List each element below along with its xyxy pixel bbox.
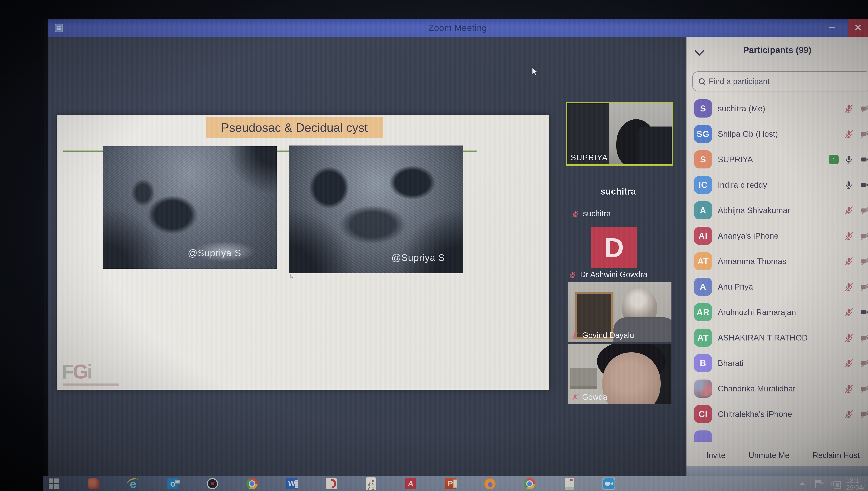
video-label-row: Govind Dayalu (571, 331, 634, 340)
participant-name: Anu Priya (718, 274, 753, 299)
mic-muted-icon (569, 271, 576, 279)
mic-muted-icon (844, 231, 854, 241)
participant-status-icons (824, 350, 868, 376)
video-tile-supriya[interactable]: SUPRIYA (566, 102, 673, 166)
mic-muted-icon (844, 104, 854, 113)
camera-off-icon (859, 358, 868, 368)
participant-row[interactable]: ARArulmozhi Ramarajan (686, 299, 868, 325)
participant-row[interactable]: AIAnanya's iPhone (686, 223, 868, 249)
taskbar-icon-chrome[interactable] (246, 478, 258, 490)
taskbar-icon-ie[interactable]: e (127, 478, 139, 490)
taskbar-icon-word[interactable]: W (286, 478, 298, 490)
video-tile-gowda[interactable]: Gowda (568, 344, 672, 404)
participant-row[interactable]: Chandrika Muralidhar (686, 376, 868, 401)
avatar: AR (694, 303, 712, 321)
participant-row[interactable]: SGShilpa Gb (Host) (686, 121, 868, 147)
participant-tile-suchitra[interactable]: suchitra (572, 209, 611, 218)
avatar (694, 430, 712, 442)
camera-off-icon (859, 104, 868, 113)
participants-footer: Invite Unmute Me Reclaim Host (686, 451, 868, 460)
participants-list: Ssuchitra (Me)SGShilpa Gb (Host)SSUPRIYA… (686, 96, 868, 442)
mic-icon (844, 180, 854, 190)
avatar: AT (694, 328, 712, 347)
mic-muted-icon (844, 206, 854, 215)
participants-title: Participants (99) (686, 45, 868, 55)
participant-row[interactable]: ATASHAKIRAN T RATHOD (686, 325, 868, 350)
fgi-logo: FGi (62, 360, 91, 383)
taskbar-icon-zoom[interactable] (603, 478, 615, 490)
camera-off-icon (859, 384, 868, 394)
taskbar-icon-red-app[interactable] (87, 478, 99, 490)
participant-row[interactable] (686, 427, 868, 442)
tray-chevron-up-icon[interactable] (799, 482, 805, 485)
camera-off-icon (859, 333, 868, 343)
video-label: Gowda (582, 393, 607, 402)
window-titlebar: Zoom Meeting – ✕ (48, 19, 868, 37)
invite-button[interactable]: Invite (707, 451, 725, 460)
minimize-button[interactable]: – (829, 19, 835, 35)
participant-row[interactable]: Ssuchitra (Me) (686, 96, 868, 121)
action-center-flag-icon[interactable] (815, 480, 822, 488)
unmute-me-button[interactable]: Unmute Me (748, 451, 789, 460)
mic-muted-icon (844, 333, 854, 343)
mic-muted-icon (844, 129, 854, 139)
slide-title: Pseudosac & Decidual cyst (206, 117, 383, 138)
taskbar-clock[interactable]: 18:1 29/04/ (846, 477, 868, 491)
camera-off-icon (859, 129, 868, 139)
avatar: CI (694, 405, 712, 423)
participant-status-icons (824, 401, 868, 427)
taskbar-icon-notes[interactable] (563, 478, 575, 490)
avatar: SG (694, 125, 712, 143)
taskbar-icon-powerpoint[interactable]: P (444, 478, 456, 490)
battery-charging-icon[interactable] (832, 480, 841, 488)
taskbar-icon-start[interactable] (48, 478, 60, 490)
screen-share-icon: ↑ (829, 155, 839, 164)
participant-row[interactable]: SSUPRIYA↑ (686, 147, 868, 172)
participant-row[interactable]: AAnu Priya (686, 274, 868, 299)
close-button[interactable]: ✕ (848, 19, 868, 37)
participant-name: Chandrika Muralidhar (718, 376, 796, 401)
video-label: SUPRIYA (571, 153, 608, 162)
mic-icon (844, 155, 854, 164)
participant-status-icons (824, 299, 868, 325)
search-input[interactable] (708, 77, 843, 86)
camera-off-icon (859, 282, 868, 292)
taskbar-icon-outlook[interactable]: o (167, 478, 179, 490)
camera-icon (859, 308, 868, 317)
taskbar-icon-acrobat[interactable]: A (405, 478, 417, 490)
participant-name: Arulmozhi Ramarajan (718, 299, 796, 325)
camera-icon (859, 155, 868, 164)
video-tile-govind[interactable]: Govind Dayalu (568, 282, 672, 342)
taskbar-icon-firefox[interactable] (484, 478, 496, 490)
clock-date: 29/04/ (846, 484, 868, 491)
video-label: Dr Ashwini Gowdra (580, 270, 647, 279)
watermark: @Supriya S (392, 252, 445, 263)
participant-name: Annamma Thomas (718, 249, 786, 274)
avatar-tile-ashwini[interactable]: D (591, 227, 637, 268)
participant-status-icons: ↑ (824, 147, 868, 172)
small-cursor (289, 274, 294, 280)
video-label: Govind Dayalu (582, 331, 634, 340)
participant-status-icons (824, 376, 868, 401)
participant-status-icons (824, 249, 868, 274)
participant-name: SUPRIYA (718, 147, 753, 172)
participant-name: Indira c reddy (718, 172, 767, 198)
reclaim-host-button[interactable]: Reclaim Host (812, 451, 860, 460)
photo-of-screen: Zoom Meeting – ✕ Pseudosac & Decidual cy… (0, 0, 868, 491)
avatar: A (694, 278, 712, 296)
taskbar-icon-tally[interactable]: Tally ERP 9 (365, 478, 377, 490)
camera-off-icon (859, 409, 868, 419)
video-label-row: Gowda (571, 393, 607, 402)
taskbar-icon-chrome[interactable] (524, 478, 536, 490)
search-icon (699, 78, 705, 85)
taskbar-icon-badge[interactable] (206, 478, 218, 490)
participant-name: suchitra (Me) (718, 96, 765, 121)
participant-row[interactable]: BBharati (686, 350, 868, 376)
participant-search[interactable] (692, 71, 868, 91)
participant-row[interactable]: CIChitralekha's iPhone (686, 401, 868, 427)
participants-header: Participants (99) (686, 37, 868, 62)
participant-row[interactable]: ICIndira c reddy (686, 172, 868, 198)
participant-row[interactable]: AAbhijna Shivakumar (686, 198, 868, 223)
taskbar-icon-swoosh[interactable] (325, 478, 337, 490)
participant-row[interactable]: ATAnnamma Thomas (686, 249, 868, 274)
